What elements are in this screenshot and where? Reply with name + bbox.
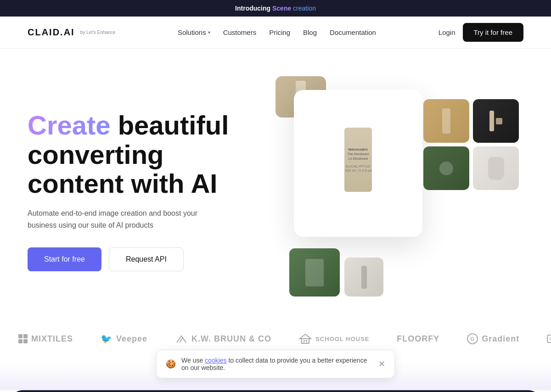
hero-section: Create beautiful converting content with… <box>0 49 551 324</box>
brands-track: MIXTILES 🐦 Veepee K.W. BRUUN & CO SCHOOL… <box>18 333 533 344</box>
hero-image-plants-bottom <box>289 248 340 297</box>
cookie-close-button[interactable]: ✕ <box>378 359 385 369</box>
navbar: CLAID.AI by Let's Enhance Solutions ▾ Cu… <box>0 17 551 49</box>
hero-visual: Nécessaire The Deodorant Le Déodorant EU… <box>276 76 523 306</box>
nav-customers[interactable]: Customers <box>223 28 257 36</box>
product-size: 100 ml / 3.4 fl oz <box>345 168 372 173</box>
hero-image-dark <box>473 99 519 143</box>
chevron-down-icon: ▾ <box>208 30 210 35</box>
brand-schoolhouse: SCHOOL HOUSE <box>299 333 369 344</box>
hero-image-gold <box>423 99 469 143</box>
mountain-icon <box>175 334 188 343</box>
hero-grid-images <box>423 99 519 190</box>
logo: CLAID.AI <box>28 27 75 38</box>
brand-printiki: Printiki <box>547 334 551 344</box>
brand-gradient: G Gradient <box>467 333 519 344</box>
brand-mixtiles: MIXTILES <box>18 334 73 344</box>
product-box: Nécessaire The Deodorant Le Déodorant EU… <box>344 128 372 192</box>
cookie-link[interactable]: cookies <box>205 357 226 364</box>
hero-image-sculpture <box>473 146 519 190</box>
cookie-banner: 🍪 We use cookies to collect data to prov… <box>156 350 395 378</box>
hero-subtitle: Automate end-to-end image creation and b… <box>28 207 202 231</box>
announcement-banner: Introducing Scene creation <box>0 0 551 17</box>
hero-main-card: Nécessaire The Deodorant Le Déodorant EU… <box>294 90 422 237</box>
logo-byline: by Let's Enhance <box>80 30 115 35</box>
cookie-icon: 🍪 <box>166 359 176 369</box>
gradient-g-icon: G <box>467 333 478 344</box>
banner-prefix: Introducing <box>235 5 272 12</box>
nav-cta-group: Login Try it for free <box>439 23 523 42</box>
hero-title: Create beautiful converting content with… <box>28 111 257 198</box>
banner-suffix: creation <box>291 5 316 12</box>
hero-buttons: Start for free Request API <box>28 247 257 271</box>
svg-rect-1 <box>302 339 309 343</box>
cookie-text: We use cookies to collect data to provid… <box>181 357 373 371</box>
nav-links: Solutions ▾ Customers Pricing Blog Docum… <box>178 28 376 36</box>
hero-content: Create beautiful converting content with… <box>28 111 257 272</box>
product-card: Nécessaire The Deodorant Le Déodorant EU… <box>331 114 386 213</box>
login-link[interactable]: Login <box>439 28 455 36</box>
request-api-button[interactable]: Request API <box>109 247 184 271</box>
mixtiles-icon <box>18 334 28 343</box>
svg-marker-0 <box>300 334 311 339</box>
hero-image-plant <box>423 146 469 190</box>
nav-documentation[interactable]: Documentation <box>330 28 376 36</box>
nav-pricing[interactable]: Pricing <box>269 28 290 36</box>
nav-blog[interactable]: Blog <box>303 28 317 36</box>
product-line2: Le Déodorant <box>348 157 369 161</box>
camera-icon <box>547 335 551 343</box>
brand-kwbruun: K.W. BRUUN & CO <box>175 334 271 344</box>
product-detail: EUCALYPTUS <box>345 164 372 168</box>
banner-highlight: Scene <box>272 5 291 12</box>
hero-bottom-images <box>289 248 383 297</box>
start-free-button[interactable]: Start for free <box>28 247 101 271</box>
hero-image-grey-product <box>344 258 383 297</box>
veepee-icon: 🐦 <box>101 333 112 344</box>
product-line1: The Deodorant <box>348 152 369 157</box>
nav-solutions[interactable]: Solutions ▾ <box>178 28 210 36</box>
logo-area[interactable]: CLAID.AI by Let's Enhance <box>28 27 115 38</box>
house-icon <box>299 333 312 344</box>
brand-veepee: 🐦 Veepee <box>101 333 147 344</box>
brand-floorfy: FLOORFY <box>397 334 439 344</box>
hero-title-create: Create <box>28 110 111 140</box>
image-collage: Nécessaire The Deodorant Le Déodorant EU… <box>276 76 523 306</box>
product-brand: Nécessaire <box>348 147 369 152</box>
footer-bar <box>9 390 542 392</box>
try-free-button[interactable]: Try it for free <box>463 23 523 42</box>
